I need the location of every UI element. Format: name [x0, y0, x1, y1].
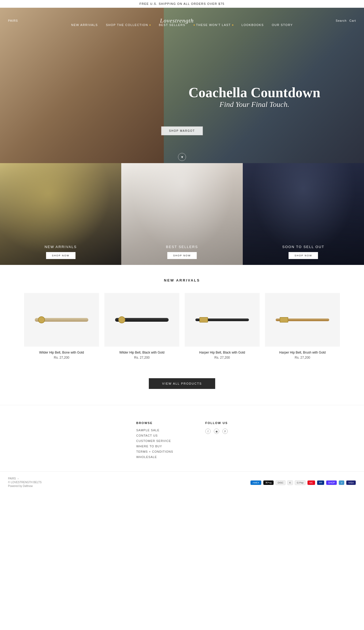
nav-lookbooks[interactable]: LOOKBOOKS: [241, 23, 264, 27]
soon-to-sell-out-panel-label: SOON TO SELL OUT: [282, 245, 324, 249]
product-price-3: Rs. 27,200: [265, 356, 340, 359]
payment-amex: AMEX: [250, 480, 261, 485]
belt-image-black: [115, 318, 169, 322]
footer-link-terms[interactable]: TERMS + CONDITIONS: [136, 450, 173, 453]
cart-link[interactable]: Cart: [349, 19, 356, 22]
products-grid: Wilder Hip Belt, Bone with Gold Rs. 27,2…: [11, 293, 353, 359]
belt-image-bone: [35, 318, 88, 322]
view-all-section: VIEW ALL PRODUCTS: [0, 370, 364, 405]
best-sellers-panel: BEST SELLERS SHOP NOW: [121, 163, 242, 265]
new-arrivals-panel-label: NEW ARRIVALS: [44, 245, 77, 249]
payment-shop: SHOP: [326, 480, 337, 485]
nav-shop-collection-label: Shop the Collection: [106, 23, 148, 27]
footer-link-contact-us[interactable]: CONTACT US: [136, 434, 173, 437]
search-link[interactable]: Search: [336, 19, 347, 22]
nav-dot-1: [149, 24, 151, 26]
scroll-indicator[interactable]: ▾: [178, 153, 186, 161]
product-price-1: Rs. 27,200: [104, 356, 179, 359]
nav-best-sellers[interactable]: BEST SELLERS: [159, 23, 185, 27]
nav-new-arrivals-label: NEW ARRIVALS: [71, 23, 98, 27]
payment-klarna: K: [287, 480, 293, 485]
belt-image-harper-black: [195, 318, 249, 321]
product-card-3: Harper Hip Belt, Brush with Gold Rs. 27,…: [265, 293, 340, 359]
hero-section: PAIRS Lovestrength Search Cart NEW ARRIV…: [0, 8, 364, 163]
site-footer: BROWSE SAMPLE SALE CONTACT US CUSTOMER S…: [0, 405, 364, 496]
social-icons: f ◉ P: [205, 429, 228, 434]
panel-2-overlay: [121, 163, 242, 265]
hero-title: Coachella Countdown: [188, 85, 320, 100]
facebook-icon[interactable]: f: [205, 429, 211, 434]
payment-discover: DISC: [275, 480, 286, 485]
product-card-0: Wilder Hip Belt, Bone with Gold Rs. 27,2…: [24, 293, 99, 359]
scroll-icon: ▾: [181, 155, 183, 159]
product-image-3[interactable]: [265, 293, 340, 347]
product-card-2: Harper Hip Belt, Black with Gold Rs. 27,…: [185, 293, 260, 359]
shipping-text: FREE U.S. SHIPPING ON ALL ORDERS OVER $7…: [139, 2, 225, 5]
view-all-products-button[interactable]: VIEW ALL PRODUCTS: [149, 378, 215, 389]
pairs-label[interactable]: PAIRS: [8, 19, 18, 22]
header-left: PAIRS: [8, 19, 18, 22]
footer-link-customer-service[interactable]: CUSTOMER SERVICE: [136, 439, 173, 442]
category-panels: NEW ARRIVALS SHOP NOW BEST SELLERS SHOP …: [0, 163, 364, 265]
nav-these-wont-last-label: These Won't Last: [196, 23, 231, 27]
nav-shop-collection[interactable]: Shop the Collection: [106, 23, 151, 27]
product-name-3: Harper Hip Belt, Brush with Gold: [265, 351, 340, 354]
hero-left-bg: [0, 8, 164, 163]
payment-google-pay: G Pay: [295, 480, 306, 485]
payment-mastercard: MC: [307, 480, 315, 485]
hero-text: Coachella Countdown Find Your Final Touc…: [188, 85, 320, 109]
product-name-1: Wilder Hip Belt, Black with Gold: [104, 351, 179, 354]
new-arrivals-title: NEW ARRIVALS: [11, 278, 353, 282]
shop-margot-button[interactable]: SHOP MARGOT: [161, 126, 203, 135]
payment-visa: VISA: [346, 480, 356, 485]
product-name-0: Wilder Hip Belt, Bone with Gold: [24, 351, 99, 354]
product-name-2: Harper Hip Belt, Black with Gold: [185, 351, 260, 354]
top-bar: FREE U.S. SHIPPING ON ALL ORDERS OVER $7…: [0, 0, 364, 8]
nav-our-story-label: OUR STORY: [272, 23, 293, 27]
product-image-0[interactable]: [24, 293, 99, 347]
footer-bottom: PAIRS → © LOVESTRENGTH BELTS Powered by …: [0, 471, 364, 488]
footer-browse-col: BROWSE SAMPLE SALE CONTACT US CUSTOMER S…: [136, 421, 173, 461]
product-image-1[interactable]: [104, 293, 179, 347]
product-card-1: Wilder Hip Belt, Black with Gold Rs. 27,…: [104, 293, 179, 359]
nav-new-arrivals[interactable]: NEW ARRIVALS: [71, 23, 98, 27]
belt-image-brush: [276, 318, 329, 321]
product-image-2[interactable]: [185, 293, 260, 347]
product-price-2: Rs. 27,200: [185, 356, 260, 359]
payment-venmo: V: [339, 480, 344, 485]
footer-follow-col: FOLLOW US f ◉ P: [205, 421, 228, 461]
payment-icons: AMEX ⌘Pay DISC K G Pay MC PP SHOP V VISA: [250, 480, 356, 485]
nav-best-sellers-label: BEST SELLERS: [159, 23, 185, 27]
hero-subtitle: Find Your Final Touch.: [188, 100, 320, 109]
nav-dot-2: [194, 24, 195, 26]
powered-by-text: Powered by Daftnow: [8, 485, 42, 488]
nav-lookbooks-label: LOOKBOOKS: [241, 23, 264, 27]
copyright-text: © LOVESTRENGTH BELTS: [8, 481, 42, 484]
new-arrivals-shop-now-button[interactable]: SHOP NOW: [46, 252, 75, 259]
best-sellers-panel-label: BEST SELLERS: [166, 245, 198, 249]
best-sellers-shop-now-button[interactable]: SHOP NOW: [167, 252, 197, 259]
nav-dot-3: [232, 24, 233, 26]
nav-these-wont-last[interactable]: These Won't Last: [194, 23, 234, 27]
new-arrivals-section: NEW ARRIVALS Wilder Hip Belt, Bone with …: [0, 265, 364, 370]
soon-to-sell-out-shop-now-button[interactable]: SHOP NOW: [289, 252, 318, 259]
panel-3-overlay: [243, 163, 364, 265]
footer-link-wholesale[interactable]: WHOLESALE: [136, 455, 173, 459]
new-arrivals-panel: NEW ARRIVALS SHOP NOW: [0, 163, 121, 265]
soon-to-sell-out-panel: SOON TO SELL OUT SHOP NOW: [243, 163, 364, 265]
pairs-footer-label[interactable]: PAIRS →: [8, 477, 42, 480]
main-nav: NEW ARRIVALS Shop the Collection BEST SE…: [0, 23, 364, 27]
pinterest-icon[interactable]: P: [222, 429, 228, 434]
instagram-icon[interactable]: ◉: [214, 429, 219, 434]
payment-apple-pay: ⌘Pay: [263, 480, 274, 485]
footer-link-sample-sale[interactable]: SAMPLE SALE: [136, 429, 173, 432]
footer-bottom-left: PAIRS → © LOVESTRENGTH BELTS Powered by …: [8, 477, 42, 488]
payment-paypal: PP: [317, 480, 324, 485]
product-price-0: Rs. 27,200: [24, 356, 99, 359]
panel-1-overlay: [0, 163, 121, 265]
footer-link-where-to-buy[interactable]: WHERE TO BUY: [136, 445, 173, 448]
footer-browse-title: BROWSE: [136, 421, 173, 425]
nav-our-story[interactable]: OUR STORY: [272, 23, 293, 27]
footer-columns: BROWSE SAMPLE SALE CONTACT US CUSTOMER S…: [0, 421, 364, 461]
header-right: Search Cart: [336, 19, 356, 22]
